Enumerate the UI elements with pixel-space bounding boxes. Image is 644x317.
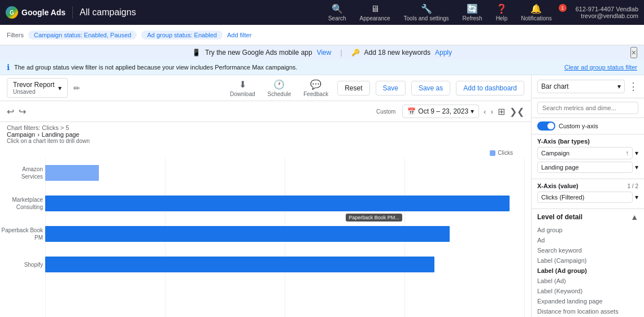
app-logo: G Google Ads: [6, 6, 73, 19]
report-subtitle: Unsaved: [13, 89, 55, 95]
yaxis-item-2-select[interactable]: Landing page: [537, 162, 633, 173]
breadcrumb-root[interactable]: Campaign: [7, 131, 35, 138]
app-title: Google Ads: [21, 8, 66, 17]
yaxis-title: Y-Axis (bar types): [537, 138, 590, 145]
filter-button[interactable]: ⊞: [498, 106, 505, 117]
banner-close-btn[interactable]: ×: [630, 47, 637, 58]
banner-view-link[interactable]: View: [317, 49, 332, 57]
edit-icon[interactable]: ✏: [73, 84, 80, 93]
bar-row-3[interactable]: Shopify: [45, 250, 524, 279]
clear-filter-link[interactable]: Clear ad group status filter: [564, 64, 637, 71]
redo-button[interactable]: ↪: [19, 106, 26, 117]
yaxis-item-1-row: Campaign ↑ ▾: [537, 147, 638, 159]
level-item-4[interactable]: Label (Ad group): [537, 266, 638, 276]
feedback-button[interactable]: 💬 Feedback: [300, 79, 332, 97]
undo-button[interactable]: ↩: [7, 106, 14, 117]
chart-controls: ↩ ↪ Custom 📅 Oct 9 – 23, 2023 ▾ ‹ › ⊞ ❯❮: [0, 101, 531, 122]
xaxis-item-dropdown: ▾: [635, 193, 638, 201]
bar-row-2[interactable]: Paperback Book PMPaperback Book PM...: [45, 219, 524, 249]
nav-notifications[interactable]: 🔔 Notifications: [519, 3, 554, 21]
bar-fill-2: Paperback Book PM...: [45, 226, 450, 242]
campaign-status-filter[interactable]: Campaign status: Enabled, Paused: [28, 31, 137, 40]
nav-appearance[interactable]: 🖥 Appearance: [358, 4, 393, 21]
bar-fill-1: [45, 196, 510, 211]
nav-icons: 🔍 Search 🖥 Appearance 🔧 Tools and settin…: [326, 3, 638, 21]
bar-row-0[interactable]: Amazon Services: [45, 158, 524, 188]
nav-tools[interactable]: 🔧 Tools and settings: [402, 3, 451, 21]
breadcrumb-arrow: ›: [37, 131, 40, 138]
report-selector[interactable]: Trevor Report Unsaved ▾: [7, 78, 68, 98]
toggle-thumb: [547, 123, 554, 129]
notifications-icon: 🔔: [530, 3, 542, 14]
report-name: Trevor Report: [13, 81, 55, 89]
tools-icon: 🔧: [421, 3, 432, 14]
level-collapse-icon[interactable]: ▲: [630, 212, 638, 222]
bar-label-1: Marketplace Consulting: [1, 196, 43, 211]
save-as-button[interactable]: Save as: [411, 81, 450, 95]
user-email: trevor@vendlab.com: [581, 12, 638, 19]
bar-track-2: Paperback Book PM...: [45, 226, 524, 242]
search-metrics: [532, 98, 644, 118]
chart-type-select[interactable]: Bar chart ▾: [537, 80, 625, 93]
nav-help[interactable]: ❓ Help: [494, 3, 510, 21]
notification-count: 1: [559, 4, 567, 12]
level-item-7[interactable]: Expanded landing page: [537, 296, 638, 306]
google-logo-icon: G: [6, 6, 18, 19]
custom-yaxis-row: Custom y-axis: [532, 118, 644, 134]
chart-left: Trevor Report Unsaved ▾ ✏ ⬇ Download 🕐 S…: [0, 75, 531, 317]
download-button[interactable]: ⬇ Download: [227, 79, 258, 97]
nav-search[interactable]: 🔍 Search: [326, 3, 349, 21]
filters-bar: Filters Campaign status: Enabled, Paused…: [0, 25, 644, 45]
bar-row-1[interactable]: Marketplace Consulting: [45, 189, 524, 218]
bar-fill-3: [45, 257, 434, 272]
bar-track-0: [45, 165, 524, 181]
xaxis-section: X-Axis (value) 1 / 2 Clicks (Filtered) ▾: [532, 179, 644, 209]
xaxis-item-select[interactable]: Clicks (Filtered): [537, 192, 633, 203]
add-dashboard-button[interactable]: Add to dashboard: [456, 81, 524, 95]
bar-track-1: [45, 196, 524, 211]
level-item-8[interactable]: Distance from location assets: [537, 306, 638, 316]
help-icon: ❓: [496, 3, 507, 14]
level-item-3[interactable]: Label (Campaign): [537, 255, 638, 266]
top-nav: G Google Ads All campaigns 🔍 Search 🖥 Ap…: [0, 0, 644, 25]
custom-yaxis-toggle[interactable]: [537, 121, 555, 131]
level-detail-section: Level of detail ▲ Ad groupAdSearch keywo…: [532, 209, 644, 317]
info-icon: ℹ: [7, 63, 10, 72]
date-prev-button[interactable]: ‹: [484, 107, 486, 116]
level-item-5[interactable]: Label (Ad): [537, 276, 638, 286]
search-metrics-input[interactable]: [537, 102, 638, 114]
mobile-icon: 📱: [192, 49, 201, 57]
expand-button[interactable]: ❯❮: [510, 106, 524, 117]
date-range-picker[interactable]: 📅 Oct 9 – 23, 2023 ▾: [402, 105, 479, 118]
save-button[interactable]: Save: [376, 81, 406, 95]
reset-button[interactable]: Reset: [337, 81, 369, 95]
level-item-2[interactable]: Search keyword: [537, 245, 638, 255]
ad-group-status-filter[interactable]: Ad group status: Enabled: [141, 31, 223, 40]
level-item-6[interactable]: Label (Keyword): [537, 286, 638, 296]
level-detail-title: Level of detail: [537, 213, 582, 221]
schedule-button[interactable]: 🕐 Schedule: [264, 79, 295, 97]
breadcrumb-child: Landing page: [42, 131, 80, 138]
date-next-button[interactable]: ›: [491, 107, 493, 116]
user-phone: 612-971-4407 Vendlab: [576, 6, 638, 12]
chart-drill-text: Click on a chart item to drill down: [7, 138, 524, 144]
yaxis-item-2-row: Landing page ▾: [537, 162, 638, 173]
search-icon: 🔍: [332, 3, 343, 14]
info-bar: ℹ The ad group status view filter is not…: [0, 60, 644, 75]
feedback-icon: 💬: [310, 79, 321, 90]
keyword-icon: 🔑: [351, 49, 360, 57]
yaxis-up-arrow: ↑: [625, 149, 629, 157]
banner-apply-link[interactable]: Apply: [435, 49, 452, 57]
more-options-icon[interactable]: ⋮: [628, 80, 638, 93]
yaxis-item-2-dropdown: ▾: [635, 163, 638, 171]
level-item-0[interactable]: Ad group: [537, 225, 638, 235]
chart-container: Trevor Report Unsaved ▾ ✏ ⬇ Download 🕐 S…: [0, 75, 644, 317]
banner-divider: |: [340, 49, 342, 57]
info-bar-text: The ad group status view filter is not a…: [14, 64, 297, 71]
nav-refresh[interactable]: 🔄 Refresh: [460, 3, 485, 21]
level-item-1[interactable]: Ad: [537, 235, 638, 245]
yaxis-item-1-select[interactable]: Campaign ↑: [537, 147, 633, 159]
add-filter-btn[interactable]: Add filter: [227, 32, 251, 38]
schedule-icon: 🕐: [273, 79, 285, 90]
level-items-list: Ad groupAdSearch keywordLabel (Campaign)…: [537, 225, 638, 316]
